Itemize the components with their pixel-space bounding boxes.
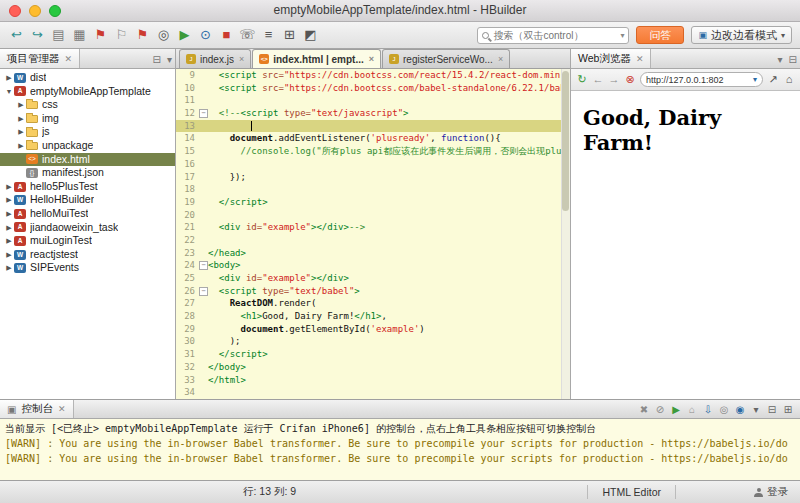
- phone-icon[interactable]: ☏: [237, 25, 258, 45]
- expand-arrow-icon[interactable]: ▶: [4, 261, 14, 275]
- clear-console-icon[interactable]: ✖: [636, 404, 652, 415]
- fold-marker-icon[interactable]: [198, 259, 208, 272]
- browser-back-icon[interactable]: ←: [591, 73, 605, 86]
- code-line[interactable]: 17 });: [176, 171, 570, 184]
- tree-item-reactjstest[interactable]: ▶Wreactjstest: [0, 248, 175, 262]
- search-input[interactable]: [493, 30, 616, 41]
- code-line[interactable]: 29 document.getElementById('example'): [176, 323, 570, 336]
- code-line[interactable]: 30 );: [176, 335, 570, 348]
- console-menu-icon[interactable]: ▾: [748, 404, 764, 415]
- expand-arrow-icon[interactable]: ▶: [4, 207, 14, 221]
- editor-scrollbar-thumb[interactable]: [562, 71, 569, 211]
- tab-index.js[interactable]: Jindex.js×: [179, 49, 251, 68]
- code-line[interactable]: 26 <script type="text/babel">: [176, 285, 570, 298]
- tree-item-SIPEvents[interactable]: ▶WSIPEvents: [0, 261, 175, 275]
- collapse-all-icon[interactable]: ⊟: [150, 54, 164, 65]
- code-line[interactable]: 15 //console.log("所有plus api都应该在此事件发生后调用…: [176, 145, 570, 158]
- save-all-icon[interactable]: ▦: [69, 25, 90, 45]
- code-line[interactable]: 24<body>: [176, 259, 570, 272]
- tree-item-HelloHBuilder[interactable]: ▶WHelloHBuilder: [0, 193, 175, 207]
- code-line[interactable]: 11: [176, 94, 570, 107]
- code-line[interactable]: 21 <div id="example"></div>-->: [176, 221, 570, 234]
- tree-item-dist[interactable]: ▶Wdist: [0, 71, 175, 85]
- code-line[interactable]: 16: [176, 158, 570, 171]
- tab-close-icon[interactable]: ×: [369, 54, 374, 64]
- browser-panel-menu-icon[interactable]: ▾: [775, 54, 786, 65]
- console-output[interactable]: 当前显示 [<已终止> emptyMobileAppTemplate 运行于 C…: [0, 419, 800, 480]
- tree-item-muiLoginTest[interactable]: ▶AmuiLoginTest: [0, 234, 175, 248]
- search-dropdown-icon[interactable]: ▾: [620, 31, 624, 40]
- tree-item-js[interactable]: ▶js: [0, 125, 175, 139]
- forward-icon[interactable]: ↪: [27, 25, 48, 45]
- code-line[interactable]: 9 <script src="https://cdn.bootcss.com/r…: [176, 69, 570, 82]
- search-box[interactable]: ▾: [477, 27, 629, 44]
- edit-preview-mode-dropdown[interactable]: ▣ 边改边看模式 ▾: [691, 26, 792, 44]
- open-external-browser-icon[interactable]: ↗: [766, 73, 780, 86]
- login-button[interactable]: 登录: [754, 485, 788, 499]
- tab-close-icon[interactable]: ×: [239, 54, 244, 64]
- run-icon[interactable]: ▶: [174, 25, 195, 45]
- code-line[interactable]: 14 document.addEventListener('plusready'…: [176, 132, 570, 145]
- tab-index.html | empt...[interactable]: <>index.html | empt...×: [252, 49, 381, 68]
- code-line[interactable]: 31 </script>: [176, 348, 570, 361]
- tab-registerServiceWo...[interactable]: JregisterServiceWo...×: [382, 49, 510, 68]
- collapse-arrow-icon[interactable]: ▼: [4, 85, 14, 99]
- find-log-icon[interactable]: ◎: [716, 404, 732, 415]
- close-icon[interactable]: ✕: [58, 404, 66, 414]
- select-element-icon[interactable]: ◎: [153, 25, 174, 45]
- fold-marker-icon[interactable]: [198, 285, 208, 298]
- expand-arrow-icon[interactable]: ▶: [4, 193, 14, 207]
- code-line[interactable]: 18: [176, 183, 570, 196]
- code-line[interactable]: 23</head>: [176, 247, 570, 260]
- tab-close-icon[interactable]: ×: [498, 54, 503, 64]
- expand-arrow-icon[interactable]: ▶: [4, 180, 14, 194]
- browser-refresh-icon[interactable]: ↻: [575, 73, 589, 86]
- code-line[interactable]: 19 </script>: [176, 196, 570, 209]
- debug-icon[interactable]: ⊙: [195, 25, 216, 45]
- project-panel-tab[interactable]: 项目管理器 ✕: [0, 49, 80, 68]
- minimize-panel-icon[interactable]: ⊟: [764, 404, 780, 415]
- format-icon[interactable]: ≡: [258, 25, 279, 45]
- code-line[interactable]: 25 <div id="example"></div>: [176, 272, 570, 285]
- browser-home-icon[interactable]: ⌂: [782, 73, 796, 86]
- code-line[interactable]: 32</body>: [176, 361, 570, 374]
- code-line[interactable]: 13: [176, 120, 570, 133]
- back-icon[interactable]: ↩: [6, 25, 27, 45]
- zoom-window-button[interactable]: [49, 5, 61, 17]
- console-tab[interactable]: ▣ 控制台 ✕: [0, 400, 74, 418]
- maximize-panel-icon[interactable]: ⊞: [780, 404, 796, 415]
- close-window-button[interactable]: [9, 5, 21, 17]
- bookmark-icon[interactable]: ⚑: [90, 25, 111, 45]
- qa-button[interactable]: 问答: [636, 26, 684, 44]
- expand-arrow-icon[interactable]: ▶: [16, 112, 26, 126]
- tree-item-manifest.json[interactable]: {}manifest.json: [0, 166, 175, 180]
- editor-scrollbar[interactable]: [561, 69, 570, 399]
- close-icon[interactable]: ✕: [636, 54, 644, 64]
- view-menu-icon[interactable]: ▾: [164, 54, 175, 65]
- save-icon[interactable]: ▤: [48, 25, 69, 45]
- code-line[interactable]: 34: [176, 386, 570, 399]
- scroll-lock-icon[interactable]: ⊘: [652, 404, 668, 415]
- address-bar[interactable]: ▾: [640, 72, 763, 87]
- expand-arrow-icon[interactable]: ▶: [16, 125, 26, 139]
- settings-icon[interactable]: ◩: [300, 25, 321, 45]
- tree-item-jiandaoweixin_task[interactable]: ▶Ajiandaoweixin_task: [0, 221, 175, 235]
- browser-forward-icon[interactable]: →: [607, 73, 621, 86]
- minimize-window-button[interactable]: [29, 5, 41, 17]
- url-input[interactable]: [646, 75, 753, 85]
- expand-arrow-icon[interactable]: ▶: [4, 221, 14, 235]
- expand-arrow-icon[interactable]: ▶: [4, 71, 14, 85]
- browser-stop-icon[interactable]: ⊗: [623, 73, 637, 86]
- run-console-icon[interactable]: ▶: [668, 404, 684, 415]
- browser-panel-tab[interactable]: Web浏览器 ✕: [571, 49, 651, 68]
- tree-item-index.html[interactable]: <>index.html: [0, 153, 175, 167]
- code-line[interactable]: 20: [176, 209, 570, 222]
- close-icon[interactable]: ✕: [65, 54, 73, 64]
- code-line[interactable]: 33</html>: [176, 374, 570, 387]
- tree-item-helloMuiTest[interactable]: ▶AhelloMuiTest: [0, 207, 175, 221]
- expand-arrow-icon[interactable]: ▶: [16, 139, 26, 153]
- device-list-icon[interactable]: ⌂: [684, 404, 700, 415]
- stop-icon[interactable]: ■: [216, 25, 237, 45]
- code-line[interactable]: 28 <h1>Good, Dairy Farm!</h1>,: [176, 310, 570, 323]
- tree-item-hello5PlusTest[interactable]: ▶Ahello5PlusTest: [0, 180, 175, 194]
